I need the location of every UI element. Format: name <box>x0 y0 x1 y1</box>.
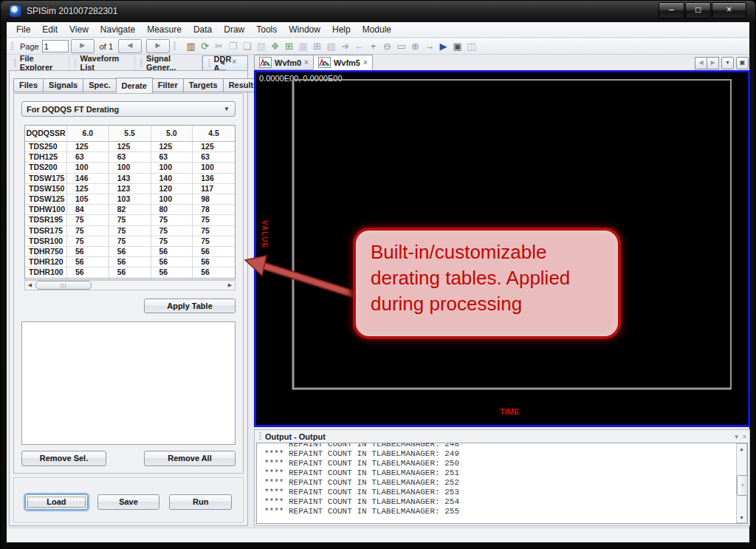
exit-icon[interactable]: ▥ <box>184 40 198 53</box>
scroll-right-icon[interactable]: ▶ <box>225 281 235 290</box>
save-button[interactable]: Save <box>97 494 160 510</box>
scrollbar-thumb[interactable]: ≡ <box>737 475 748 496</box>
panel-tab[interactable]: File Explorer <box>9 55 69 70</box>
table-row[interactable]: TDS200 100 100 100 100 <box>25 163 235 173</box>
table-row[interactable]: TDHR100 56 56 56 56 <box>25 267 235 278</box>
menu-item[interactable]: Window <box>283 22 326 37</box>
log-line: **** REPAINT COUNT IN TLABELMANAGER: 254 <box>264 497 747 507</box>
scroll-tabs-left-icon[interactable]: ◀ <box>695 57 707 69</box>
output-panel-header[interactable]: Output - Output ▾ × <box>255 430 749 443</box>
restore-panel-icon[interactable]: ▾ <box>735 433 738 440</box>
table-row[interactable]: TDHR120 56 56 56 56 <box>25 257 235 267</box>
scroll-down-icon[interactable]: ▼ <box>737 513 746 522</box>
output-log[interactable]: **** REPAINT COUNT IN TLABELMANAGER: 248… <box>256 443 748 524</box>
derating-table-select[interactable]: For DQDQS FT Derating ▼ <box>21 101 236 117</box>
snapshot-icon[interactable]: ◫ <box>464 40 478 53</box>
title-bar[interactable]: SPISim 201007282301 – □ × <box>0 0 756 22</box>
scroll-tabs-right-icon[interactable]: ▶ <box>707 57 719 69</box>
run-icon[interactable]: ▶ <box>436 40 450 53</box>
menu-item[interactable]: Measure <box>141 22 188 37</box>
table-row[interactable]: TDHR750 56 56 56 56 <box>25 247 235 257</box>
inner-tab[interactable]: Derate <box>116 78 153 93</box>
close-button[interactable]: × <box>712 2 746 18</box>
table-row[interactable]: TDSW175 146 143 140 136 <box>25 174 235 184</box>
menu-item[interactable]: File <box>10 22 36 37</box>
inner-tab[interactable]: Signals <box>43 78 83 92</box>
page-input[interactable] <box>42 40 69 52</box>
maximize-button[interactable]: □ <box>685 2 711 18</box>
go-icon[interactable]: → <box>422 40 436 53</box>
value-cell: 56 <box>151 247 193 256</box>
table-row[interactable]: TDSW150 125 123 120 117 <box>25 184 235 194</box>
inner-tab[interactable]: Spec. <box>83 78 116 92</box>
new-window-icon[interactable]: ⊞ <box>310 40 324 53</box>
new-page-icon[interactable]: ⊞ <box>282 40 296 53</box>
run-button[interactable]: Run <box>169 494 232 510</box>
derating-table[interactable]: DQDQSSR6.05.55.04.5 TDS250 125 125 125 1… <box>24 125 236 279</box>
menu-item[interactable]: Data <box>188 22 218 37</box>
export-icon[interactable]: ➔ <box>338 40 352 53</box>
close-tab-icon[interactable]: × <box>363 58 368 67</box>
panel-tab[interactable]: Signal Gener... <box>135 55 202 70</box>
waveform-tab[interactable]: Wvfm0 × <box>254 55 314 70</box>
panel-tab[interactable]: Waveform List <box>69 55 136 70</box>
inner-tab[interactable]: Files <box>13 78 44 92</box>
remove-all-button[interactable]: Remove All <box>144 451 236 466</box>
undock-panel-icon[interactable]: ◀ <box>220 59 224 66</box>
value-cell: 63 <box>151 152 193 162</box>
open-window-icon[interactable]: ❖ <box>268 40 282 53</box>
cut-icon[interactable]: ✂ <box>212 40 226 53</box>
scroll-up-icon[interactable]: ▲ <box>737 444 746 454</box>
table-row[interactable]: TDSR100 75 75 75 75 <box>25 236 235 247</box>
minimize-button[interactable]: – <box>659 2 684 18</box>
table-horizontal-scrollbar[interactable]: ◀ ||| ▶ <box>24 280 236 290</box>
zoom-region-icon[interactable]: ▭ <box>394 40 408 53</box>
prev-page-button[interactable]: ◀ <box>118 39 142 53</box>
scroll-left-icon[interactable]: ◀ <box>25 281 35 290</box>
scrollbar-thumb[interactable]: ||| <box>35 281 92 290</box>
menu-item[interactable]: Edit <box>36 22 63 37</box>
camera-icon[interactable]: ▣ <box>450 40 464 53</box>
applied-tables-list[interactable] <box>21 321 236 445</box>
tab-list-dropdown-icon[interactable]: ▾ <box>721 57 734 69</box>
menu-item[interactable]: Help <box>326 22 357 37</box>
panel-tab[interactable]: DDR A... <box>202 55 248 70</box>
table-row[interactable]: TDSW125 105 103 100 98 <box>25 194 235 205</box>
next-page-button-2[interactable]: ▶ <box>146 39 170 53</box>
next-page-button[interactable]: ▶ <box>71 39 94 53</box>
load-button[interactable]: Load <box>25 494 88 510</box>
remove-selected-button[interactable]: Remove Sel. <box>21 451 106 466</box>
table-row[interactable]: TDSR195 75 75 75 75 <box>25 215 235 225</box>
window-icon[interactable]: ▧ <box>324 40 338 53</box>
close-output-icon[interactable]: × <box>743 433 746 440</box>
table-row[interactable]: TDH125 63 63 63 63 <box>25 152 235 163</box>
zoom-out-icon[interactable]: ⊖ <box>380 40 394 53</box>
add-icon[interactable]: + <box>366 40 380 53</box>
zoom-in-icon[interactable]: ⊕ <box>408 40 422 53</box>
menu-item[interactable]: View <box>63 22 94 37</box>
table-row[interactable]: TDHW100 84 82 80 78 <box>25 205 235 215</box>
menu-item[interactable]: Tools <box>250 22 283 37</box>
waveform-tab[interactable]: Wvfm5 × <box>313 55 373 70</box>
panel-body: FilesSignalsSpec.DerateFilterTargetsResu… <box>9 70 248 526</box>
close-tab-icon[interactable]: × <box>304 58 309 67</box>
maximize-panel-icon[interactable]: ▣ <box>736 57 749 69</box>
delete-page-icon[interactable]: ▤ <box>254 40 268 53</box>
inner-tab[interactable]: Targets <box>183 78 224 92</box>
table-row[interactable]: TDS250 125 125 125 125 <box>25 142 235 152</box>
derating-table-select-value: For DQDQS FT Derating <box>22 105 224 114</box>
page-icon[interactable]: ▦ <box>296 40 310 53</box>
menu-item[interactable]: Navigate <box>94 22 141 37</box>
output-vertical-scrollbar[interactable]: ▲ ≡ ▼ <box>736 443 747 523</box>
table-row[interactable]: TDSR175 75 75 75 75 <box>25 226 235 236</box>
inner-tab[interactable]: Filter <box>152 78 184 92</box>
apply-table-button[interactable]: Apply Table <box>144 299 236 313</box>
paste-icon[interactable]: ❏ <box>240 40 254 53</box>
menu-item[interactable]: Draw <box>218 22 250 37</box>
refresh-icon[interactable]: ⟳ <box>198 40 212 53</box>
close-panel-icon[interactable]: × <box>232 58 236 66</box>
menu-item[interactable]: Module <box>357 22 397 37</box>
table-row[interactable]: TDHR75 56 56 56 56 <box>25 278 235 279</box>
import-icon[interactable]: ← <box>352 40 366 53</box>
copy-icon[interactable]: ❐ <box>226 40 240 53</box>
